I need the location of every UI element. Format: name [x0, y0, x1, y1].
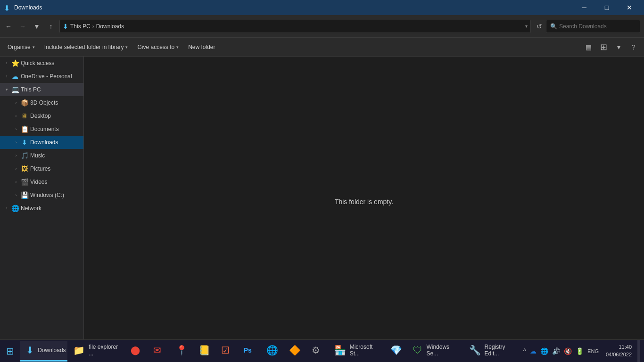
taskbar-item-app1[interactable]: 🔶: [283, 341, 306, 362]
taskbar-item-browser[interactable]: 🌐: [261, 341, 283, 362]
sidebar-item-quick-access[interactable]: › ⭐ Quick access: [0, 57, 83, 70]
nav-buttons: ← → ▼ ↑: [2, 20, 58, 33]
system-clock[interactable]: 11:40 04/06/2022: [602, 344, 636, 358]
clock-time: 11:40: [606, 344, 632, 351]
downloads-taskbar-icon: ⬇: [26, 345, 34, 356]
taskbar-item-gem[interactable]: 💎: [385, 341, 407, 362]
onedrive-icon: ☁: [11, 73, 19, 80]
back-button[interactable]: ←: [2, 20, 15, 33]
this-pc-chevron: ▾: [4, 87, 9, 92]
tray-lang[interactable]: ENG: [586, 348, 600, 354]
include-library-chevron: ▾: [125, 45, 128, 49]
folder-icon: ⬇: [4, 4, 11, 11]
path-downloads: Downloads: [96, 23, 124, 30]
sidebar-item-videos[interactable]: › 🎬 Videos: [0, 175, 83, 189]
up-button[interactable]: ↑: [44, 20, 58, 33]
new-folder-button[interactable]: New folder: [184, 41, 219, 54]
taskbar-item-settings[interactable]: ⚙: [306, 341, 329, 362]
sidebar-item-music[interactable]: › 🎵 Music: [0, 149, 83, 162]
sidebar-item-documents[interactable]: › 📋 Documents: [0, 123, 83, 136]
search-icon: 🔍: [550, 23, 557, 30]
registry-taskbar-icon: 🔧: [469, 345, 481, 356]
chrome-taskbar-icon: ⬤: [131, 345, 140, 355]
include-library-button[interactable]: Include selected folder in library ▾: [41, 41, 132, 54]
ms-store-taskbar-icon: 🏪: [334, 345, 346, 356]
help-button[interactable]: ?: [627, 41, 640, 54]
downloads-chevron: ›: [13, 140, 19, 145]
clock-date: 04/06/2022: [606, 351, 632, 358]
refresh-button[interactable]: ↺: [533, 20, 546, 33]
tray-cloud-icon[interactable]: ☁: [528, 347, 538, 355]
taskbar-item-maps[interactable]: 📍: [170, 341, 193, 362]
window-title: Downloads: [14, 4, 42, 11]
recent-locations-button[interactable]: ▼: [30, 20, 43, 33]
documents-label: Documents: [30, 126, 59, 132]
organise-chevron: ▾: [33, 45, 35, 49]
music-icon: 🎵: [21, 152, 28, 159]
taskbar-item-file-explorer[interactable]: 📁 file explorer ...: [67, 341, 125, 362]
taskbar-item-downloads[interactable]: ⬇ Downloads: [20, 341, 67, 362]
taskbar-item-gmail[interactable]: ✉: [148, 341, 170, 362]
sidebar-item-onedrive[interactable]: › ☁ OneDrive - Personal: [0, 70, 83, 83]
network-icon: 🌐: [11, 205, 19, 212]
view-large-button[interactable]: ⊞: [597, 41, 610, 54]
view-details-button[interactable]: ▤: [582, 41, 595, 54]
tray-chevron[interactable]: ^: [522, 347, 528, 355]
sidebar-item-this-pc[interactable]: ▾ 💻 This PC: [0, 83, 83, 96]
minimize-button[interactable]: ─: [573, 0, 595, 15]
tray-battery-icon[interactable]: 🔋: [574, 347, 585, 355]
address-dropdown-arrow[interactable]: ▾: [525, 24, 528, 29]
taskbar-item-photoshop[interactable]: Ps: [238, 341, 261, 362]
taskbar-item-ms-store[interactable]: 🏪 Microsoft St...: [329, 341, 385, 362]
taskbar-tray: ^ ☁ 🌐 🔊 🔇 🔋 ENG 11:40 04/06/2022: [522, 340, 644, 362]
ribbon-right: ▤ ⊞ ▾ ?: [582, 41, 640, 54]
search-bar[interactable]: 🔍: [546, 20, 640, 33]
desktop-chevron: ›: [13, 114, 19, 118]
taskbar-item-registry[interactable]: 🔧 Registry Edit...: [463, 341, 522, 362]
taskbar-item-keep[interactable]: 📒: [193, 341, 215, 362]
videos-icon: 🎬: [21, 178, 28, 186]
downloads-label: Downloads: [30, 139, 58, 146]
quick-access-icon: ⭐: [11, 59, 19, 67]
empty-folder-message: This folder is empty.: [335, 198, 393, 206]
onedrive-chevron: ›: [4, 74, 9, 79]
give-access-chevron: ▾: [176, 45, 179, 49]
taskbar-item-chrome[interactable]: ⬤: [125, 341, 148, 362]
desktop-label: Desktop: [30, 113, 51, 119]
title-bar-controls: ─ □ ✕: [573, 0, 640, 15]
taskbar: ⊞ ⬇ Downloads 📁 file explorer ... ⬤ ✉ 📍 …: [0, 339, 644, 362]
give-access-button[interactable]: Give access to ▾: [133, 41, 182, 54]
taskbar-item-win-security[interactable]: 🛡 Windows Se...: [407, 341, 463, 362]
sidebar-item-downloads[interactable]: › ⬇ Downloads: [0, 136, 83, 149]
gmail-taskbar-icon: ✉: [153, 345, 161, 356]
tray-network-icon[interactable]: 🌐: [539, 347, 550, 355]
sidebar: › ⭐ Quick access › ☁ OneDrive - Personal…: [0, 57, 84, 347]
sidebar-item-network[interactable]: › 🌐 Network: [0, 202, 83, 215]
windows-start-icon: ⊞: [6, 346, 14, 357]
tray-volume-icon[interactable]: 🔊: [551, 347, 561, 355]
view-chevron-button[interactable]: ▾: [612, 41, 625, 54]
tray-mute-icon[interactable]: 🔇: [562, 347, 573, 355]
maximize-button[interactable]: □: [596, 0, 618, 15]
sidebar-item-pictures[interactable]: › 🖼 Pictures: [0, 162, 83, 175]
organise-button[interactable]: Organise ▾: [4, 41, 39, 54]
forward-button[interactable]: →: [16, 20, 29, 33]
taskbar-item-tasks[interactable]: ☑: [215, 341, 238, 362]
start-button[interactable]: ⊞: [0, 340, 20, 362]
path-separator-1: ›: [92, 23, 94, 30]
3d-objects-icon: 📦: [21, 99, 28, 107]
this-pc-label: This PC: [21, 86, 41, 93]
tasks-taskbar-icon: ☑: [221, 345, 230, 356]
content-area: This folder is empty.: [84, 57, 644, 347]
address-bar[interactable]: ⬇ This PC › Downloads ▾: [59, 20, 531, 33]
close-button[interactable]: ✕: [619, 0, 640, 15]
show-desktop-button[interactable]: [637, 340, 640, 362]
sidebar-item-desktop[interactable]: › 🖥 Desktop: [0, 109, 83, 123]
downloads-icon: ⬇: [21, 139, 28, 146]
music-label: Music: [30, 152, 45, 159]
search-input[interactable]: [559, 23, 636, 30]
network-chevron: ›: [4, 206, 9, 211]
win-security-taskbar-icon: 🛡: [413, 345, 422, 356]
sidebar-item-3d-objects[interactable]: › 📦 3D Objects: [0, 96, 83, 109]
sidebar-item-windows-c[interactable]: › 💾 Windows (C:): [0, 189, 83, 202]
